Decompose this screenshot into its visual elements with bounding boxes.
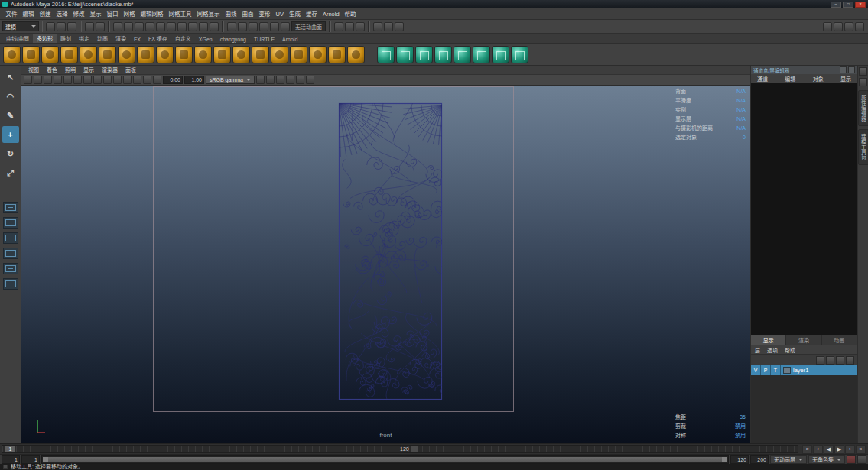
- channel-box-menu[interactable]: 通道: [757, 75, 768, 83]
- shelf-super-ellipse-icon[interactable]: [271, 46, 288, 63]
- safe-action-icon[interactable]: [143, 76, 151, 84]
- resolution-gate-icon[interactable]: [113, 76, 122, 84]
- layer-toggle-p[interactable]: P: [761, 365, 771, 375]
- move-tool-button[interactable]: +: [2, 126, 19, 143]
- layer-color-swatch[interactable]: [783, 367, 791, 374]
- raise-panels-icon[interactable]: [859, 67, 867, 76]
- redo-icon[interactable]: [96, 22, 105, 31]
- field-chart-icon[interactable]: [133, 76, 141, 84]
- shelf-tab[interactable]: 自定义: [171, 34, 195, 43]
- menubar-item[interactable]: 选择: [54, 8, 70, 20]
- playback-start-field[interactable]: 1: [21, 455, 40, 464]
- shelf-gear-icon[interactable]: [232, 46, 250, 63]
- grease-pencil-icon[interactable]: [83, 76, 92, 84]
- current-frame-indicator[interactable]: 1: [5, 446, 15, 452]
- make-live-icon[interactable]: [281, 22, 290, 31]
- range-handle-left[interactable]: [43, 457, 48, 462]
- mask-misc-icon[interactable]: [210, 22, 219, 31]
- play-forward-button[interactable]: ▶: [834, 445, 844, 454]
- menubar-item[interactable]: 修改: [70, 8, 87, 20]
- step-back-button[interactable]: ‹: [813, 445, 823, 454]
- shelf-tab[interactable]: 绑定: [75, 34, 93, 43]
- menubar-item[interactable]: 窗口: [104, 8, 121, 20]
- camera-attributes-icon[interactable]: [44, 76, 52, 84]
- construction-history-icon[interactable]: [356, 22, 365, 31]
- select-by-object-icon[interactable]: [124, 22, 133, 31]
- close-icon[interactable]: [848, 66, 855, 73]
- channel-box-menu[interactable]: 对象: [813, 75, 824, 83]
- sidebar-tab[interactable]: 属性编辑器: [858, 90, 868, 126]
- paint-select-tool-button[interactable]: ✎: [2, 107, 19, 124]
- shelf-bridge-icon[interactable]: [492, 46, 509, 63]
- layer-editor-tab[interactable]: 显示: [751, 335, 786, 345]
- mask-dynamics-icon[interactable]: [188, 22, 197, 31]
- single-pane-layout-button[interactable]: [3, 202, 18, 213]
- shelf-mirror-icon[interactable]: [511, 46, 528, 63]
- menubar-item[interactable]: 缓存: [303, 8, 320, 20]
- input-connections-icon[interactable]: [334, 22, 343, 31]
- object-details-icon[interactable]: [266, 76, 275, 84]
- select-tool-button[interactable]: ↖: [2, 69, 19, 86]
- layer-editor-tab[interactable]: 动画: [822, 335, 857, 345]
- show-channel-box-icon[interactable]: [844, 22, 853, 31]
- undo-icon[interactable]: [85, 22, 94, 31]
- panel-menu[interactable]: 显示: [80, 66, 98, 74]
- hud-icon[interactable]: [256, 76, 265, 84]
- open-scene-icon[interactable]: [57, 22, 66, 31]
- mask-deformations-icon[interactable]: [177, 22, 187, 31]
- shelf-helix-icon[interactable]: [213, 46, 231, 63]
- 2d-pan-zoom-icon[interactable]: [73, 76, 82, 84]
- lock-camera-icon[interactable]: [34, 76, 42, 84]
- shelf-platonic-icon[interactable]: [137, 46, 154, 63]
- multi-pane-layout-button[interactable]: [3, 278, 18, 290]
- image-plane-icon[interactable]: [63, 76, 72, 84]
- shelf-tab[interactable]: Arnold: [278, 36, 301, 43]
- bookmarks-icon[interactable]: [54, 76, 62, 84]
- shelf-tab[interactable]: 雕刻: [57, 34, 75, 43]
- layer-menu[interactable]: 帮助: [785, 346, 795, 354]
- layer-menu[interactable]: 选项: [767, 346, 778, 354]
- menubar-item[interactable]: UV: [273, 8, 286, 20]
- go-to-end-button[interactable]: »: [856, 445, 866, 454]
- viewport-canvas[interactable]: 背面N/A平滑度N/A实例N/A显示层N/A与摄影机的距离N/A选定对象0 焦距…: [21, 86, 750, 443]
- layer-options-icon[interactable]: [816, 356, 824, 365]
- anim-layer-dropdown[interactable]: 无动画层: [770, 455, 807, 464]
- time-slider[interactable]: 1 120: [2, 445, 798, 453]
- view-transform-dropdown[interactable]: sRGB gamma: [206, 76, 255, 84]
- animation-preferences-icon[interactable]: [857, 455, 866, 464]
- new-scene-icon[interactable]: [46, 22, 55, 31]
- menubar-item[interactable]: 帮助: [342, 8, 359, 20]
- step-forward-button[interactable]: ›: [845, 445, 855, 454]
- persp-outliner-layout-button[interactable]: [3, 232, 18, 244]
- playback-end-field[interactable]: 120: [730, 455, 749, 464]
- rotate-tool-button[interactable]: ↻: [2, 145, 19, 162]
- output-connections-icon[interactable]: [345, 22, 354, 31]
- new-empty-layer-icon[interactable]: [826, 356, 834, 365]
- delete-layer-icon[interactable]: [846, 356, 854, 365]
- gate-mask-icon[interactable]: [123, 76, 132, 84]
- shelf-combine-icon[interactable]: [328, 46, 346, 63]
- shelf-extrude-icon[interactable]: [473, 46, 490, 63]
- minimize-button[interactable]: –: [831, 2, 841, 8]
- menubar-item[interactable]: 网格工具: [166, 8, 194, 20]
- range-slider[interactable]: [41, 455, 729, 464]
- layer-toggle-t[interactable]: T: [771, 365, 781, 375]
- snap-to-point-icon[interactable]: [249, 22, 258, 31]
- shelf-plane-icon[interactable]: [99, 46, 116, 63]
- panel-menu[interactable]: 渲染器: [98, 66, 122, 74]
- select-camera-icon[interactable]: [24, 76, 32, 84]
- shelf-text-icon[interactable]: [290, 46, 307, 63]
- snap-to-curve-icon[interactable]: [238, 22, 247, 31]
- mask-surfaces-icon[interactable]: [167, 22, 176, 31]
- isolate-select-icon[interactable]: [306, 76, 314, 84]
- four-pane-layout-button[interactable]: [3, 217, 18, 229]
- panel-menu[interactable]: 照明: [61, 66, 80, 74]
- scale-tool-button[interactable]: ⤢: [2, 164, 19, 181]
- close-button[interactable]: ✕: [855, 2, 866, 8]
- shelf-tab[interactable]: 曲线/曲面: [2, 34, 33, 43]
- safe-title-icon[interactable]: [153, 76, 161, 84]
- shelf-cone-icon[interactable]: [60, 46, 78, 63]
- animation-end-field[interactable]: 200: [750, 455, 769, 464]
- shelf-type-icon[interactable]: [309, 46, 327, 63]
- dock-icon[interactable]: [840, 66, 847, 73]
